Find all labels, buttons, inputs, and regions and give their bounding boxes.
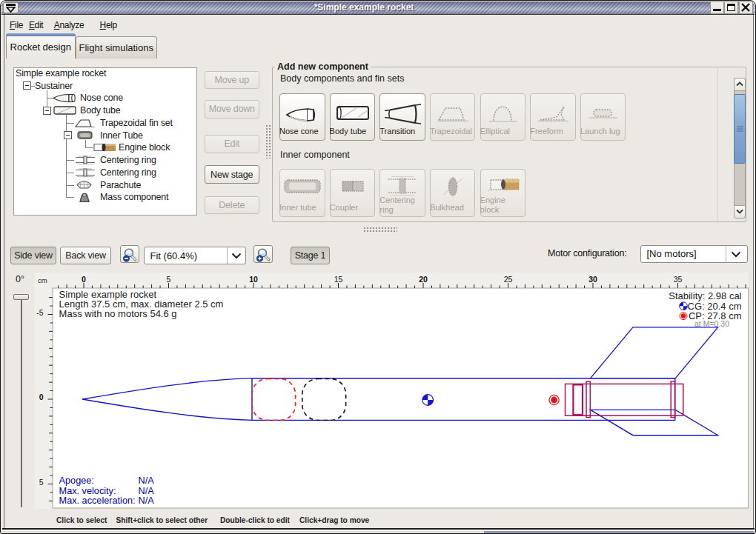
svg-text:30: 30	[588, 275, 597, 284]
svg-text:Max. velocity:: Max. velocity:	[59, 486, 116, 496]
svg-text:10: 10	[249, 275, 258, 284]
svg-text:Max. acceleration:: Max. acceleration:	[59, 495, 136, 506]
svg-text:at M=0.30: at M=0.30	[694, 319, 729, 328]
svg-text:0: 0	[39, 393, 44, 401]
svg-text:N/A: N/A	[139, 475, 155, 486]
svg-text:N/A: N/A	[139, 486, 155, 496]
svg-text:N/A: N/A	[139, 495, 155, 506]
svg-text:Apogee:: Apogee:	[59, 475, 94, 486]
svg-text:5: 5	[167, 275, 171, 284]
svg-text:cm: cm	[38, 276, 47, 284]
svg-text:25: 25	[504, 275, 513, 284]
svg-text:5: 5	[39, 478, 44, 487]
svg-text:35: 35	[674, 275, 683, 284]
svg-text:0: 0	[82, 275, 86, 284]
svg-text:15: 15	[334, 275, 343, 284]
svg-text:20: 20	[419, 275, 428, 284]
svg-text:-5: -5	[36, 308, 43, 317]
svg-text:Mass with no motors 54.6 g: Mass with no motors 54.6 g	[59, 308, 177, 319]
svg-text:Stability: 2.98 cal: Stability: 2.98 cal	[669, 290, 741, 301]
